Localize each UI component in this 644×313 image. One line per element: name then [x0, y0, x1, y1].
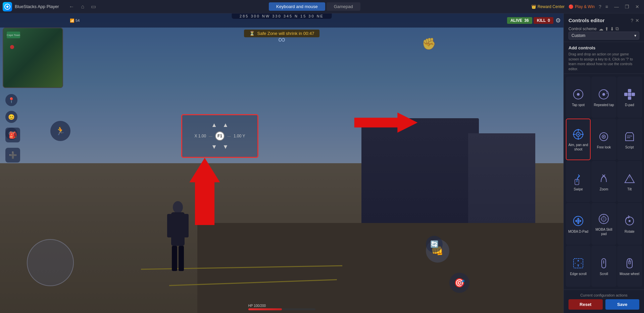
- controls-grid: Tap spot Repeated tap: [564, 74, 644, 289]
- free-look-icon: [597, 130, 610, 143]
- svg-rect-2: [171, 212, 185, 246]
- scheme-upload-button[interactable]: ☁: [599, 26, 603, 32]
- control-zoom[interactable]: Zoom: [591, 161, 616, 202]
- svg-point-42: [629, 220, 631, 222]
- control-box-overlay: ▲ ▲ X 1.00 — F1 — 1.00 Y ▼ ▼: [181, 114, 258, 158]
- tap-spot-icon: [572, 88, 585, 101]
- svg-point-28: [603, 136, 604, 137]
- panel-title: Controls editor: [568, 17, 605, 23]
- control-moba-dpad[interactable]: MOBA D-Pad: [566, 203, 591, 245]
- dpad-icon: [623, 88, 636, 101]
- dpad-label: D-pad: [625, 103, 634, 107]
- control-scheme-row: Control scheme ☁ ⬆ ⬇ ⧉: [568, 26, 639, 32]
- svg-rect-3: [167, 214, 172, 237]
- free-look-label: Free look: [597, 145, 611, 149]
- control-tilt[interactable]: Tilt: [617, 161, 642, 202]
- menu-button[interactable]: ≡: [605, 4, 608, 9]
- zoom-label: Zoom: [600, 187, 608, 191]
- game-area: 📶 54 285 300 NW 330 345 N 15 30 NE ALIVE…: [0, 13, 563, 313]
- tab-bar: Keyboard and mouse Gamepad: [101, 2, 528, 11]
- play-icon: 🔴: [568, 4, 574, 9]
- panel-help-button[interactable]: ?: [631, 18, 633, 23]
- control-scroll[interactable]: Scroll: [591, 245, 616, 287]
- edge-scroll-icon: [572, 257, 585, 270]
- help-button[interactable]: ?: [599, 4, 601, 9]
- red-arrow-up: [188, 158, 221, 225]
- svg-point-36: [577, 220, 579, 222]
- crouch-shoot-icon[interactable]: 🎯: [449, 273, 469, 293]
- swipe-label: Swipe: [574, 187, 583, 191]
- infinity-icon: ∞: [278, 34, 285, 45]
- svg-point-1: [173, 201, 183, 213]
- scroll-label: Scroll: [600, 272, 608, 276]
- reset-button[interactable]: Reset: [568, 299, 603, 310]
- tilt-icon: [623, 172, 636, 185]
- hud-alive: ALIVE 36: [507, 17, 532, 24]
- mouse-wheel-icon: [623, 257, 636, 270]
- control-script[interactable]: Script: [617, 119, 642, 161]
- svg-marker-9: [190, 158, 220, 225]
- control-box-middle: X 1.00 — F1 — 1.00 Y: [194, 131, 245, 141]
- footer-buttons: Reset Save: [568, 299, 639, 310]
- back-button[interactable]: ←: [67, 3, 77, 10]
- swipe-icon: [572, 172, 585, 185]
- joystick-left[interactable]: [27, 239, 74, 286]
- zoom-icon: [597, 172, 610, 185]
- svg-point-25: [578, 134, 579, 135]
- control-mouse-wheel[interactable]: Mouse wheel: [617, 245, 642, 287]
- hud-settings-button[interactable]: ⚙: [555, 17, 561, 24]
- moba-dpad-label: MOBA D-Pad: [568, 229, 588, 234]
- scheme-copy-button[interactable]: ⧉: [615, 26, 619, 32]
- control-edge-scroll[interactable]: Edge scroll: [566, 245, 591, 287]
- control-tap-spot[interactable]: Tap spot: [566, 77, 591, 118]
- reward-center-button[interactable]: 👑 Reward Center: [531, 4, 565, 9]
- main-row: 📶 54 285 300 NW 330 345 N 15 30 NE ALIVE…: [0, 13, 644, 313]
- scheme-dropdown[interactable]: Custom ▾: [568, 32, 639, 40]
- window-button[interactable]: ▭: [89, 3, 98, 10]
- key-binding: F1: [215, 131, 225, 141]
- scheme-import-button[interactable]: ⬇: [610, 26, 614, 32]
- close-button[interactable]: ✕: [633, 3, 641, 10]
- arrow-up-left: ▲: [211, 122, 217, 129]
- play-win-button[interactable]: 🔴 Play & Win: [568, 4, 595, 9]
- home-button[interactable]: ⌂: [79, 3, 87, 10]
- svg-marker-29: [626, 133, 634, 141]
- control-free-look[interactable]: Free look: [591, 119, 616, 161]
- add-controls-title: Add controls: [568, 45, 639, 50]
- maximize-button[interactable]: ❐: [623, 3, 631, 10]
- fist-icon-top: ✊: [422, 37, 436, 50]
- svg-rect-14: [628, 89, 631, 92]
- svg-rect-18: [628, 93, 631, 96]
- control-rotate[interactable]: Rotate: [617, 203, 642, 245]
- script-icon: [623, 130, 636, 143]
- control-moba-skill[interactable]: MOBA Skill pad: [591, 203, 616, 245]
- nav-buttons: ← ⌂ ▭: [67, 3, 98, 10]
- control-swipe[interactable]: Swipe: [566, 161, 591, 202]
- moba-skill-label: MOBA Skill pad: [593, 227, 614, 236]
- rotate-icon: [623, 215, 636, 227]
- panel-header: Controls editor ? ✕ Control scheme ☁ ⬆ ⬇…: [564, 13, 644, 42]
- control-aim-pan-shoot[interactable]: Aim, pan and shoot: [566, 119, 591, 161]
- edge-scroll-label: Edge scroll: [570, 272, 586, 276]
- control-repeated-tap[interactable]: Repeated tap: [591, 77, 616, 118]
- title-bar: BlueStacks App Player ← ⌂ ▭ Keyboard and…: [0, 0, 644, 13]
- control-arrows-down: ▼ ▼: [211, 143, 229, 150]
- tab-keyboard-mouse[interactable]: Keyboard and mouse: [269, 2, 325, 11]
- window-controls: — ❐ ✕: [612, 3, 641, 10]
- moba-dpad-icon: [572, 215, 585, 227]
- panel-close-button[interactable]: ✕: [635, 18, 639, 23]
- scheme-export-button[interactable]: ⬆: [605, 26, 609, 32]
- svg-rect-16: [624, 93, 628, 96]
- svg-point-11: [577, 93, 580, 96]
- mouse-wheel-label: Mouse wheel: [620, 272, 639, 276]
- save-button[interactable]: Save: [605, 299, 640, 310]
- footer-label: Current configuration actions: [568, 293, 639, 297]
- hud-kill: KILL 0: [534, 17, 553, 24]
- control-dpad[interactable]: D-pad: [617, 77, 642, 118]
- svg-rect-15: [628, 96, 631, 100]
- tab-gamepad[interactable]: Gamepad: [327, 2, 360, 11]
- minimize-button[interactable]: —: [612, 3, 621, 10]
- backpack-icon: 🎒: [5, 128, 20, 142]
- aim-pan-shoot-label: Aim, pan and shoot: [568, 143, 589, 151]
- run-icon: 🏃: [50, 121, 70, 141]
